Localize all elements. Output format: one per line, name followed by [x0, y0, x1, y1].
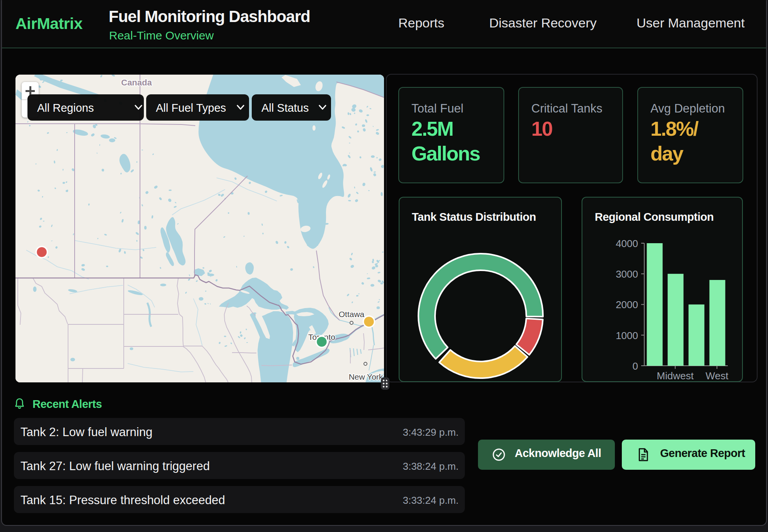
svg-text:1000: 1000	[616, 330, 638, 341]
svg-text:0: 0	[633, 360, 638, 372]
svg-text:Canada: Canada	[121, 78, 152, 87]
svg-text:2000: 2000	[616, 299, 638, 310]
svg-text:3000: 3000	[616, 268, 638, 280]
svg-text:New York: New York	[349, 372, 383, 381]
svg-text:Ottawa: Ottawa	[339, 310, 365, 319]
svg-text:West: West	[706, 370, 729, 382]
svg-text:4000: 4000	[616, 238, 638, 249]
svg-text:Midwest: Midwest	[657, 370, 694, 382]
